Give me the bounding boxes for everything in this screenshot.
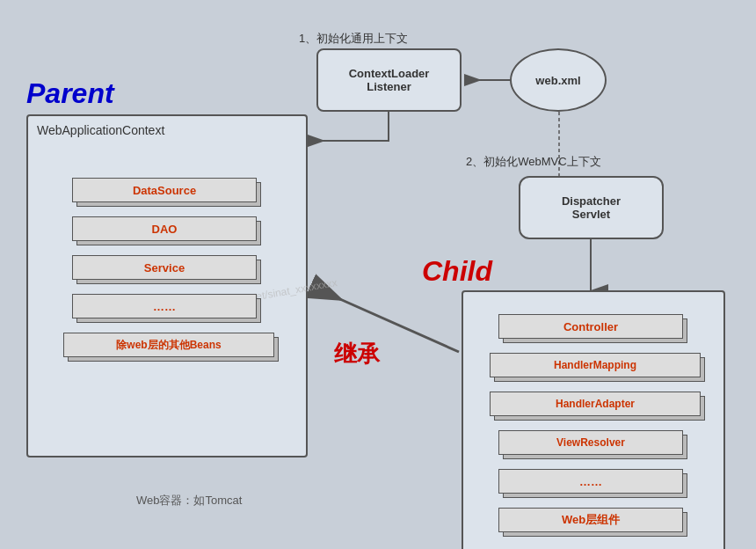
- handler-mapping-bean: HandlerMapping: [490, 353, 709, 383]
- parent-label: Parent: [26, 77, 114, 110]
- handler-mapping-label: HandlerMapping: [490, 353, 701, 377]
- dao-bean: DAO: [72, 216, 265, 246]
- datasource-label: DataSource: [72, 178, 257, 202]
- view-resolver-bean: ViewResolver: [498, 430, 692, 460]
- context-loader-box: ContextLoaderListener: [316, 48, 462, 112]
- dispatcher-box: DispatcherServlet: [519, 176, 664, 239]
- ellipsis-bean: ……: [72, 294, 265, 324]
- web-layer-label: Web层组件: [498, 508, 683, 532]
- svg-line-6: [310, 286, 459, 352]
- webxml-text: web.xml: [535, 74, 580, 87]
- dispatcher-text: DispatcherServlet: [562, 194, 621, 221]
- handler-adapter-bean: HandlerAdapter: [490, 392, 709, 421]
- webxml-oval: web.xml: [510, 48, 607, 112]
- ellipsis-label: ……: [72, 294, 257, 318]
- parent-context-box: WebApplicationContext DataSource DAO Ser…: [26, 114, 308, 458]
- inherit-label: 继承: [334, 339, 380, 370]
- child-label: Child: [422, 255, 492, 288]
- parent-beans-area: DataSource DAO Service …… 除web层的其他Beans: [63, 169, 274, 371]
- handler-adapter-label: HandlerAdapter: [490, 392, 701, 416]
- datasource-bean: DataSource: [72, 178, 265, 208]
- webapp-context-label: WebApplicationContext: [37, 123, 164, 137]
- service-bean: Service: [72, 255, 265, 285]
- child-context-box: Controller HandlerMapping HandlerAdapter…: [462, 290, 725, 549]
- child-beans-area: Controller HandlerMapping HandlerAdapter…: [490, 305, 701, 546]
- annotation-init-context: 1、初始化通用上下文: [299, 31, 408, 47]
- context-loader-text: ContextLoaderListener: [349, 67, 430, 93]
- annotation-init-mvc: 2、初始化WebMVC上下文: [466, 154, 601, 170]
- other-beans-label: 除web层的其他Beans: [63, 333, 274, 357]
- ellipsis2-bean: ……: [498, 469, 692, 499]
- controller-bean: Controller: [498, 314, 692, 344]
- web-layer-bean: Web层组件: [498, 508, 692, 538]
- ellipsis2-label: ……: [498, 469, 683, 494]
- other-beans-bean: 除web层的其他Beans: [63, 333, 283, 362]
- dao-label: DAO: [72, 216, 257, 241]
- view-resolver-label: ViewResolver: [498, 430, 683, 455]
- controller-label: Controller: [498, 314, 683, 339]
- service-label: Service: [72, 255, 257, 280]
- web-container-label: Web容器：如Tomcat: [136, 493, 242, 509]
